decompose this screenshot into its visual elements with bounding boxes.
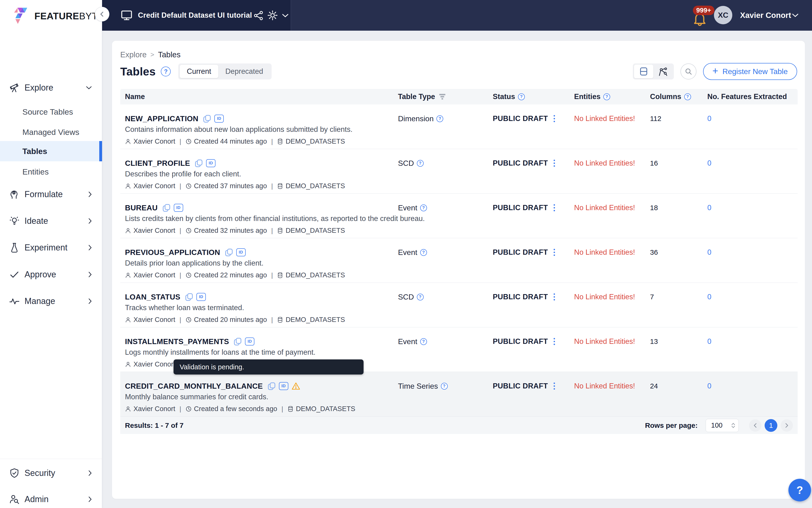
kebab-menu-icon[interactable] <box>553 382 556 390</box>
tooltip: Validation is pending. <box>174 359 364 375</box>
features-count-link[interactable]: 0 <box>707 248 711 257</box>
type-help-icon[interactable]: ? <box>420 205 427 211</box>
columns-cell: 18 <box>650 203 658 213</box>
table-name[interactable]: LOAN_STATUS <box>125 293 180 301</box>
sidebar-item-source-tables[interactable]: Source Tables <box>0 105 102 118</box>
user-name[interactable]: Xavier Conort <box>740 0 791 31</box>
table-row[interactable]: LOAN_STATUS ID Tracks whether loan was t… <box>120 283 798 327</box>
sidebar-item-admin[interactable]: Admin <box>0 492 102 507</box>
graph-view-button[interactable] <box>653 65 673 78</box>
sidebar-item-tables[interactable]: Tables <box>0 141 102 161</box>
kebab-menu-icon[interactable] <box>553 248 556 257</box>
type-help-icon[interactable]: ? <box>437 115 443 122</box>
entities-warning[interactable]: No Linked Entities! <box>574 382 635 390</box>
rows-per-page-select[interactable]: 100 <box>706 419 739 432</box>
sidebar-item-entities[interactable]: Entities <box>0 165 102 178</box>
tab-deprecated[interactable]: Deprecated <box>218 65 270 78</box>
features-count-link[interactable]: 0 <box>707 337 711 346</box>
entities-warning[interactable]: No Linked Entities! <box>574 159 635 167</box>
table-description: Monthly balance summaries for credit car… <box>125 393 268 401</box>
register-new-table-button[interactable]: + Register New Table <box>703 63 797 80</box>
table-name[interactable]: INSTALLMENTS_PAYMENTS <box>125 337 229 346</box>
table-row[interactable]: PREVIOUS_APPLICATION ID Details prior lo… <box>120 238 798 283</box>
tab-current[interactable]: Current <box>180 65 218 78</box>
help-fab[interactable]: ? <box>788 479 811 501</box>
entities-warning[interactable]: No Linked Entities! <box>574 204 635 212</box>
sidebar-item-formulate[interactable]: Formulate <box>0 187 102 202</box>
sidebar-item-managed-views[interactable]: Managed Views <box>0 125 102 139</box>
table-view-button[interactable] <box>634 65 653 78</box>
current-page-button[interactable]: 1 <box>765 419 777 432</box>
type-help-icon[interactable]: ? <box>417 294 424 300</box>
entities-warning[interactable]: No Linked Entities! <box>574 248 635 257</box>
status-badge: PUBLIC DRAFT <box>493 382 548 390</box>
sidebar-item-security[interactable]: Security <box>0 466 102 481</box>
sidebar-item-approve[interactable]: Approve <box>0 267 102 282</box>
table-row[interactable]: CLIENT_PROFILE ID Describes the profile … <box>120 149 798 194</box>
avatar[interactable]: XC <box>714 6 732 24</box>
features-count-link[interactable]: 0 <box>707 204 711 212</box>
sidebar-item-explore[interactable]: Explore <box>0 80 102 95</box>
entities-warning[interactable]: No Linked Entities! <box>574 114 635 123</box>
copy-icon[interactable] <box>268 382 276 390</box>
id-icon[interactable]: ID <box>206 159 216 167</box>
features-count-link[interactable]: 0 <box>707 293 711 301</box>
gear-icon[interactable] <box>267 10 278 21</box>
copy-icon[interactable] <box>234 337 242 345</box>
type-help-icon[interactable]: ? <box>420 338 427 345</box>
sidebar-item-experiment[interactable]: Experiment <box>0 240 102 255</box>
person-icon <box>125 183 131 189</box>
type-cell: Event ? <box>398 203 427 213</box>
table-name[interactable]: PREVIOUS_APPLICATION <box>125 248 220 257</box>
id-icon[interactable]: ID <box>196 293 206 301</box>
breadcrumb-parent[interactable]: Explore <box>120 50 147 59</box>
table-name[interactable]: CLIENT_PROFILE <box>125 159 190 168</box>
entities-warning[interactable]: No Linked Entities! <box>574 337 635 346</box>
table-row[interactable]: NEW_APPLICATION ID Contains information … <box>120 104 798 149</box>
features-count-link[interactable]: 0 <box>707 114 711 123</box>
tables-table: Name Table Type Status? Entities? Column… <box>120 89 798 434</box>
table-name[interactable]: BUREAU <box>125 204 158 212</box>
id-icon[interactable]: ID <box>236 248 246 256</box>
kebab-menu-icon[interactable] <box>553 159 556 168</box>
sidebar-item-ideate[interactable]: Ideate <box>0 213 102 228</box>
type-help-icon[interactable]: ? <box>441 383 448 390</box>
type-help-icon[interactable]: ? <box>417 160 424 167</box>
id-icon[interactable]: ID <box>174 204 183 212</box>
page-help-icon[interactable]: ? <box>161 67 171 76</box>
table-name[interactable]: NEW_APPLICATION <box>125 114 198 123</box>
type-help-icon[interactable]: ? <box>420 249 427 256</box>
copy-icon[interactable] <box>203 115 211 123</box>
notifications-bell[interactable]: 999+ <box>691 6 713 27</box>
sidebar-item-manage[interactable]: Manage <box>0 294 102 309</box>
entities-warning[interactable]: No Linked Entities! <box>574 293 635 301</box>
copy-icon[interactable] <box>225 248 233 256</box>
search-button[interactable] <box>680 64 696 80</box>
copy-icon[interactable] <box>195 159 203 167</box>
user-chevron-down-icon[interactable] <box>792 13 799 18</box>
sidebar-collapse-button[interactable] <box>95 7 109 22</box>
id-icon[interactable]: ID <box>214 115 224 123</box>
kebab-menu-icon[interactable] <box>553 337 556 346</box>
table-row[interactable]: CREDIT_CARD_MONTHLY_BALANCE ID Monthly b… <box>120 372 798 417</box>
kebab-menu-icon[interactable] <box>553 203 556 212</box>
stepper-icons <box>731 423 735 428</box>
entities-help-icon[interactable]: ? <box>603 93 610 100</box>
columns-help-icon[interactable]: ? <box>684 93 691 100</box>
kebab-menu-icon[interactable] <box>553 292 556 301</box>
table-name[interactable]: CREDIT_CARD_MONTHLY_BALANCE <box>125 382 263 390</box>
next-page-button[interactable] <box>781 419 793 432</box>
share-icon[interactable] <box>254 10 264 21</box>
status-help-icon[interactable]: ? <box>518 93 525 100</box>
filter-icon[interactable] <box>439 93 445 100</box>
id-icon[interactable]: ID <box>245 337 255 345</box>
previous-page-button[interactable] <box>749 419 761 432</box>
features-count-link[interactable]: 0 <box>707 159 711 167</box>
kebab-menu-icon[interactable] <box>553 114 556 123</box>
project-chevron-down-icon[interactable] <box>282 13 289 18</box>
features-count-link[interactable]: 0 <box>707 382 711 390</box>
copy-icon[interactable] <box>185 293 193 301</box>
id-icon[interactable]: ID <box>279 382 288 390</box>
copy-icon[interactable] <box>163 204 171 212</box>
table-row[interactable]: BUREAU ID Lists credits taken by clients… <box>120 194 798 238</box>
